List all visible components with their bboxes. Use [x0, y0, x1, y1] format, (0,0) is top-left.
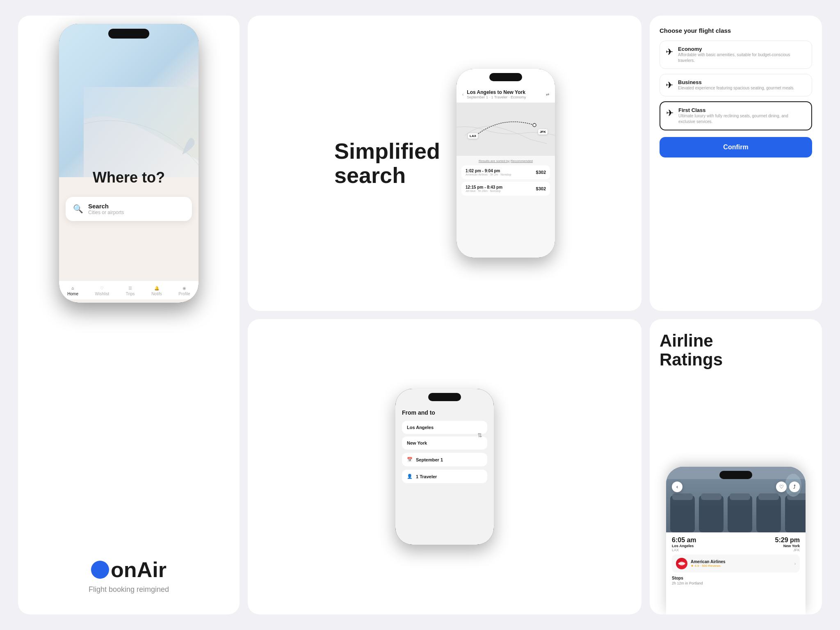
ratings-flight-info: 6:05 am Los Angeles LAX 5:29 pm New York…: [666, 532, 806, 614]
nav-item-wishlist[interactable]: ♡ Wishlist: [95, 286, 109, 296]
search-phone-mockup: ‹ Los Angeles to New York September 1 · …: [457, 69, 555, 258]
class-first-desc: Ultimate luxury with fully reclining sea…: [678, 113, 806, 125]
class-economy[interactable]: ✈ Economy Affordable with basic amenitie…: [660, 41, 812, 69]
flight-results: Results are sorted by Recommended 1:02 p…: [457, 156, 555, 258]
nav-item-home[interactable]: ⌂ Home: [67, 286, 78, 296]
depart-time: 6:05 am: [672, 536, 696, 544]
plane-business-icon: ✈: [666, 80, 673, 91]
flight-class-panel: Choose your flight class ✈ Economy Affor…: [650, 16, 822, 311]
where-to-text: Where to?: [93, 169, 165, 186]
airline-logo: [676, 558, 687, 569]
destination-text: New York: [407, 441, 427, 445]
nav-label-profile: Profile: [178, 292, 190, 296]
map-label-jfk: JFK: [538, 129, 548, 135]
nav-item-profile[interactable]: ◉ Profile: [178, 286, 190, 296]
chevron-right-icon: ›: [794, 562, 796, 566]
brand-tagline: Flight booking reimgined: [89, 585, 169, 594]
action-buttons: ♡ ⤴: [776, 482, 800, 492]
class-business[interactable]: ✈ Business Elevated experience featuring…: [660, 74, 812, 96]
class-business-desc: Elevated experience featuring spacious s…: [678, 85, 794, 91]
origin-code: LAX: [672, 548, 696, 552]
phone-notch: [108, 29, 149, 39]
nav-item-trips[interactable]: ☰ Trips: [126, 286, 135, 296]
ratings-headline: Airline Ratings: [660, 331, 812, 369]
hero-panel: Where to? 🔍 Search Cities or airports ⌂ …: [18, 16, 240, 614]
date-text: September 1: [416, 457, 443, 462]
dest-code: JFK: [775, 548, 800, 552]
flight-info-0: American Airlines · 5h 2m · Nonstop: [466, 173, 511, 176]
stops-section: Stops 2h 12m in Portland: [672, 576, 800, 585]
date-field[interactable]: 📅 September 1: [402, 453, 487, 466]
nav-bar: ⌂ Home ♡ Wishlist ☰ Trips 🔔 Notifs: [59, 281, 199, 299]
origin-field[interactable]: Los Angeles: [402, 421, 487, 434]
class-first[interactable]: ✈ First Class Ultimate luxury with fully…: [660, 101, 812, 130]
nav-label-home: Home: [67, 292, 78, 296]
search-panel: Simplified search ‹ Los Angeles to New Y…: [248, 16, 641, 311]
nav-item-notifs[interactable]: 🔔 Notifs: [151, 286, 162, 296]
confirm-button[interactable]: Confirm: [660, 137, 812, 158]
from-phone-notch: [428, 393, 461, 401]
svg-rect-17: [679, 563, 685, 564]
brand-logo-area: onAir Flight booking reimgined: [89, 557, 169, 594]
search-icon: 🔍: [73, 204, 83, 214]
traveler-text: 1 Traveler: [416, 474, 437, 479]
origin-text: Los Angeles: [407, 425, 434, 430]
svg-rect-10: [785, 495, 806, 532]
bell-icon: 🔔: [154, 286, 159, 290]
profile-icon: ◉: [183, 286, 186, 290]
swap-arrows-icon[interactable]: ⇅: [477, 432, 482, 438]
svg-rect-11: [672, 493, 693, 500]
search-phone-notch: [489, 73, 522, 81]
nav-label-notifs: Notifs: [151, 292, 162, 296]
flight-result-0[interactable]: 1:02 pm - 9:04 pm American Airlines · 5h…: [461, 165, 550, 179]
search-route: Los Angeles to New York: [467, 89, 526, 95]
back-button[interactable]: ‹: [672, 482, 682, 492]
from-phone-mockup: From and to Los Angeles ⇅ New York 📅 Sep…: [395, 389, 494, 545]
class-business-name: Business: [678, 79, 794, 85]
share-button[interactable]: ⤴: [789, 482, 800, 492]
brand-logo: onAir: [91, 557, 167, 582]
like-button[interactable]: ♡: [776, 482, 787, 492]
from-to-panel: From and to Los Angeles ⇅ New York 📅 Sep…: [248, 319, 641, 614]
plane-first-icon: ✈: [666, 108, 673, 119]
destination-field[interactable]: New York: [402, 436, 487, 450]
plane-economy-icon: ✈: [666, 47, 673, 57]
search-placeholder: Cities or airports: [88, 210, 124, 215]
flight-price-0: $302: [536, 170, 546, 175]
airline-rating-row[interactable]: American Airlines ★ 4.9 · 500 Reviews ›: [672, 555, 800, 573]
airline-info: American Airlines ★ 4.9 · 500 Reviews: [691, 559, 791, 568]
flight-result-1[interactable]: 12:15 pm - 8:43 pm Jet blue · 5h 28m · N…: [461, 182, 550, 196]
nav-label-trips: Trips: [126, 292, 135, 296]
search-map: LAX JFK: [457, 103, 555, 156]
ratings-phone-notch: [719, 471, 752, 479]
svg-rect-8: [728, 495, 752, 532]
flight-time-0: 1:02 pm - 9:04 pm: [466, 169, 511, 173]
svg-rect-7: [699, 495, 724, 532]
search-headline: Simplified search: [334, 139, 440, 188]
class-panel-title: Choose your flight class: [660, 27, 812, 34]
ratings-phone-mockup: ‹ ♡ ⤴ 6:05 am Los Angeles LAX: [666, 467, 806, 614]
airline-name: American Airlines: [691, 559, 791, 564]
brand-dot: [91, 561, 109, 579]
search-label: Search: [88, 203, 124, 210]
stops-label: Stops: [672, 576, 800, 580]
class-economy-name: Economy: [678, 46, 806, 52]
flight-time-1: 12:15 pm - 8:43 pm: [466, 185, 502, 189]
svg-rect-14: [758, 493, 779, 500]
nav-label-wishlist: Wishlist: [95, 292, 109, 296]
svg-rect-9: [756, 495, 781, 532]
airline-rating: ★ 4.9 · 500 Reviews: [691, 564, 791, 568]
flight-price-1: $302: [536, 186, 546, 191]
arrive-time: 5:29 pm: [775, 536, 800, 544]
flight-times: 6:05 am Los Angeles LAX 5:29 pm New York…: [672, 536, 800, 552]
calendar-icon: 📅: [407, 457, 413, 462]
stops-value: 2h 12m in Portland: [672, 581, 800, 585]
home-icon: ⌂: [72, 286, 74, 290]
ratings-phone-area: ‹ ♡ ⤴ 6:05 am Los Angeles LAX: [650, 377, 822, 614]
search-route-sub: September 1 · 1 Traveler · Economy: [467, 95, 526, 99]
ratings-text: Airline Ratings: [650, 319, 822, 377]
flight-info-1: Jet blue · 5h 28m · Nonstop: [466, 189, 502, 192]
traveler-field[interactable]: 👤 1 Traveler: [402, 470, 487, 483]
search-box[interactable]: 🔍 Search Cities or airports: [66, 197, 192, 221]
results-sorted: Results are sorted by Recommended: [461, 159, 550, 163]
